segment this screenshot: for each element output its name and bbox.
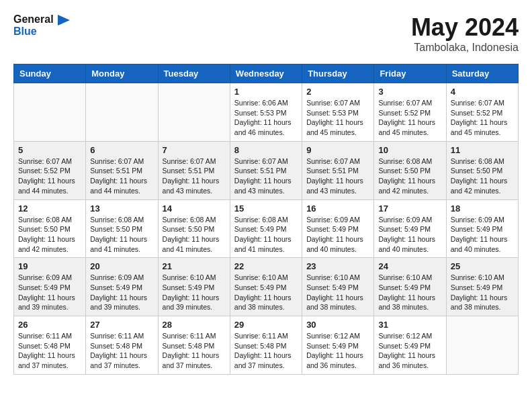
day-info: Sunrise: 6:12 AMSunset: 5:49 PMDaylight:…: [306, 332, 363, 369]
week-row-4: 19 Sunrise: 6:09 AMSunset: 5:49 PMDaylig…: [14, 258, 519, 316]
day-info: Sunrise: 6:08 AMSunset: 5:50 PMDaylight:…: [451, 157, 508, 195]
day-number: 20: [90, 261, 153, 271]
day-info: Sunrise: 6:07 AMSunset: 5:51 PMDaylight:…: [234, 157, 292, 195]
calendar-cell-week1-day6: 4 Sunrise: 6:07 AMSunset: 5:52 PMDayligh…: [446, 83, 518, 142]
calendar-cell-week2-day1: 6 Sunrise: 6:07 AMSunset: 5:51 PMDayligh…: [86, 141, 158, 199]
day-info: Sunrise: 6:07 AMSunset: 5:53 PMDaylight:…: [306, 99, 363, 136]
calendar-cell-week3-day5: 17 Sunrise: 6:09 AMSunset: 5:49 PMDaylig…: [374, 199, 446, 258]
day-number: 27: [90, 320, 153, 330]
weekday-header-row: SundayMondayTuesdayWednesdayThursdayFrid…: [14, 64, 519, 83]
weekday-header-monday: Monday: [86, 64, 158, 83]
day-number: 12: [18, 203, 81, 214]
calendar-cell-week4-day1: 20 Sunrise: 6:09 AMSunset: 5:49 PMDaylig…: [86, 258, 158, 316]
calendar-cell-week5-day2: 28 Sunrise: 6:11 AMSunset: 5:48 PMDaylig…: [158, 316, 230, 375]
weekday-header-thursday: Thursday: [302, 64, 374, 83]
calendar-cell-week2-day4: 9 Sunrise: 6:07 AMSunset: 5:51 PMDayligh…: [302, 141, 374, 199]
weekday-header-tuesday: Tuesday: [158, 64, 230, 83]
calendar-cell-week2-day0: 5 Sunrise: 6:07 AMSunset: 5:52 PMDayligh…: [14, 141, 86, 199]
calendar-cell-week1-day3: 1 Sunrise: 6:06 AMSunset: 5:53 PMDayligh…: [230, 83, 302, 142]
day-info: Sunrise: 6:10 AMSunset: 5:49 PMDaylight:…: [163, 273, 220, 311]
calendar-cell-week2-day6: 11 Sunrise: 6:08 AMSunset: 5:50 PMDaylig…: [446, 141, 518, 199]
day-number: 10: [378, 145, 441, 155]
svg-marker-0: [58, 15, 70, 26]
weekday-header-sunday: Sunday: [14, 64, 86, 83]
calendar-cell-week5-day4: 30 Sunrise: 6:12 AMSunset: 5:49 PMDaylig…: [302, 316, 374, 375]
day-number: 1: [234, 87, 298, 97]
day-number: 17: [378, 203, 441, 214]
day-number: 24: [378, 261, 441, 271]
week-row-2: 5 Sunrise: 6:07 AMSunset: 5:52 PMDayligh…: [14, 141, 519, 199]
day-number: 3: [378, 87, 441, 97]
calendar-cell-week5-day3: 29 Sunrise: 6:11 AMSunset: 5:48 PMDaylig…: [230, 316, 302, 375]
month-year: May 2024: [411, 13, 519, 42]
calendar-cell-week5-day6: [446, 316, 518, 375]
day-info: Sunrise: 6:10 AMSunset: 5:49 PMDaylight:…: [306, 273, 363, 311]
calendar-cell-week2-day5: 10 Sunrise: 6:08 AMSunset: 5:50 PMDaylig…: [374, 141, 446, 199]
day-number: 15: [234, 203, 298, 214]
day-info: Sunrise: 6:11 AMSunset: 5:48 PMDaylight:…: [18, 332, 75, 369]
day-number: 5: [18, 145, 81, 155]
day-number: 18: [451, 203, 514, 214]
logo-text: General Blue: [13, 13, 70, 37]
calendar-cell-week5-day0: 26 Sunrise: 6:11 AMSunset: 5:48 PMDaylig…: [14, 316, 86, 375]
calendar-cell-week2-day2: 7 Sunrise: 6:07 AMSunset: 5:51 PMDayligh…: [158, 141, 230, 199]
day-number: 19: [18, 261, 81, 271]
day-info: Sunrise: 6:08 AMSunset: 5:50 PMDaylight:…: [18, 216, 75, 253]
day-info: Sunrise: 6:08 AMSunset: 5:49 PMDaylight:…: [234, 216, 292, 253]
day-info: Sunrise: 6:07 AMSunset: 5:51 PMDaylight:…: [90, 157, 147, 195]
calendar-cell-week3-day6: 18 Sunrise: 6:09 AMSunset: 5:49 PMDaylig…: [446, 199, 518, 258]
calendar-cell-week3-day4: 16 Sunrise: 6:09 AMSunset: 5:49 PMDaylig…: [302, 199, 374, 258]
calendar-cell-week1-day1: [86, 83, 158, 142]
day-number: 9: [306, 145, 369, 155]
week-row-3: 12 Sunrise: 6:08 AMSunset: 5:50 PMDaylig…: [14, 199, 519, 258]
day-number: 16: [306, 203, 369, 214]
day-number: 8: [234, 145, 298, 155]
day-info: Sunrise: 6:07 AMSunset: 5:51 PMDaylight:…: [306, 157, 363, 195]
calendar-cell-week4-day2: 21 Sunrise: 6:10 AMSunset: 5:49 PMDaylig…: [158, 258, 230, 316]
calendar-cell-week4-day4: 23 Sunrise: 6:10 AMSunset: 5:49 PMDaylig…: [302, 258, 374, 316]
calendar-cell-week3-day1: 13 Sunrise: 6:08 AMSunset: 5:50 PMDaylig…: [86, 199, 158, 258]
day-info: Sunrise: 6:07 AMSunset: 5:52 PMDaylight:…: [18, 157, 75, 195]
day-number: 31: [378, 320, 441, 330]
calendar-cell-week5-day5: 31 Sunrise: 6:12 AMSunset: 5:49 PMDaylig…: [374, 316, 446, 375]
day-number: 13: [90, 203, 153, 214]
calendar-cell-week1-day4: 2 Sunrise: 6:07 AMSunset: 5:53 PMDayligh…: [302, 83, 374, 142]
day-info: Sunrise: 6:12 AMSunset: 5:49 PMDaylight:…: [378, 332, 435, 369]
day-info: Sunrise: 6:08 AMSunset: 5:50 PMDaylight:…: [163, 216, 220, 253]
calendar-cell-week3-day0: 12 Sunrise: 6:08 AMSunset: 5:50 PMDaylig…: [14, 199, 86, 258]
calendar-cell-week1-day2: [158, 83, 230, 142]
day-number: 7: [163, 145, 226, 155]
page-header: General Blue May 2024 Tambolaka, Indones…: [13, 13, 519, 54]
title-block: May 2024 Tambolaka, Indonesia: [411, 13, 519, 54]
weekday-header-friday: Friday: [374, 64, 446, 83]
calendar-cell-week4-day5: 24 Sunrise: 6:10 AMSunset: 5:49 PMDaylig…: [374, 258, 446, 316]
calendar-cell-week5-day1: 27 Sunrise: 6:11 AMSunset: 5:48 PMDaylig…: [86, 316, 158, 375]
calendar-cell-week4-day0: 19 Sunrise: 6:09 AMSunset: 5:49 PMDaylig…: [14, 258, 86, 316]
day-number: 30: [306, 320, 369, 330]
week-row-1: 1 Sunrise: 6:06 AMSunset: 5:53 PMDayligh…: [14, 83, 519, 142]
day-info: Sunrise: 6:09 AMSunset: 5:49 PMDaylight:…: [18, 273, 75, 311]
day-info: Sunrise: 6:10 AMSunset: 5:49 PMDaylight:…: [451, 273, 508, 311]
day-info: Sunrise: 6:07 AMSunset: 5:51 PMDaylight:…: [163, 157, 220, 195]
calendar-cell-week1-day5: 3 Sunrise: 6:07 AMSunset: 5:52 PMDayligh…: [374, 83, 446, 142]
day-number: 28: [163, 320, 226, 330]
day-number: 6: [90, 145, 153, 155]
day-number: 4: [451, 87, 514, 97]
day-number: 29: [234, 320, 298, 330]
day-number: 23: [306, 261, 369, 271]
location: Tambolaka, Indonesia: [411, 42, 519, 54]
day-number: 14: [163, 203, 226, 214]
day-info: Sunrise: 6:10 AMSunset: 5:49 PMDaylight:…: [378, 273, 435, 311]
day-number: 2: [306, 87, 369, 97]
logo-arrow-icon: [58, 15, 70, 26]
calendar-cell-week3-day3: 15 Sunrise: 6:08 AMSunset: 5:49 PMDaylig…: [230, 199, 302, 258]
calendar-cell-week1-day0: [14, 83, 86, 142]
calendar-table: SundayMondayTuesdayWednesdayThursdayFrid…: [13, 64, 519, 375]
calendar-cell-week4-day3: 22 Sunrise: 6:10 AMSunset: 5:49 PMDaylig…: [230, 258, 302, 316]
day-info: Sunrise: 6:07 AMSunset: 5:52 PMDaylight:…: [378, 99, 435, 136]
day-info: Sunrise: 6:09 AMSunset: 5:49 PMDaylight:…: [90, 273, 147, 311]
day-info: Sunrise: 6:10 AMSunset: 5:49 PMDaylight:…: [234, 273, 292, 311]
day-info: Sunrise: 6:08 AMSunset: 5:50 PMDaylight:…: [90, 216, 147, 253]
day-info: Sunrise: 6:09 AMSunset: 5:49 PMDaylight:…: [451, 216, 508, 253]
day-info: Sunrise: 6:09 AMSunset: 5:49 PMDaylight:…: [306, 216, 363, 253]
